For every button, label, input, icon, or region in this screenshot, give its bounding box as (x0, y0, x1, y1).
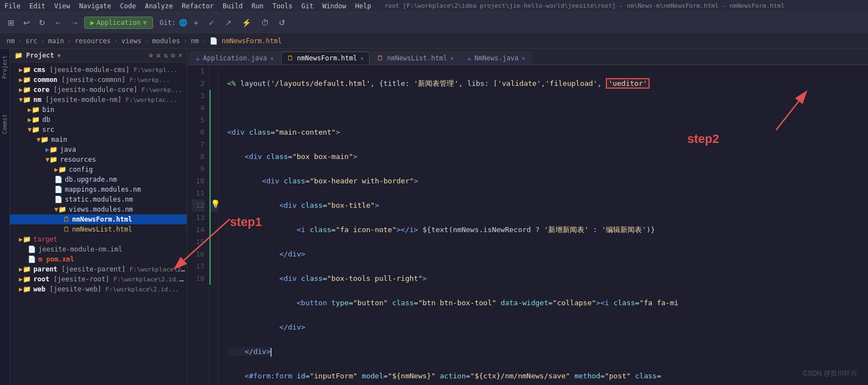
tree-item-pom[interactable]: 📄 m pom.xml (10, 254, 187, 264)
toolbar-icon-back[interactable]: ← (51, 16, 65, 29)
tree-label: views.modules.nm (69, 206, 133, 213)
tree-item-main[interactable]: ▼📁 main (10, 135, 187, 145)
breadcrumb-file[interactable]: 📄 nmNewsForm.html (210, 37, 282, 45)
tab-application-java[interactable]: ☕ Application.java × (190, 52, 280, 64)
tree-item-src[interactable]: ▼📁 src (10, 125, 187, 135)
tree-item-nmNewsList[interactable]: 🗒 nmNewsList.html (10, 224, 187, 234)
code-line-9: <div class="box-tools pull-right"> (227, 274, 427, 283)
tree-item-parent[interactable]: ▶📁 parent [jeesite-parent] F:\workplace\… (10, 264, 187, 274)
panel-sort-icon[interactable]: ⇅ (164, 52, 167, 59)
tree-label: nm [jeesite-module-nm] F:\workplac... (33, 96, 177, 104)
tree-label: db (42, 116, 50, 124)
tree-item-views[interactable]: ▼📁 views.modules.nm (10, 204, 187, 214)
app-dropdown[interactable]: ▶ Application ▼ (84, 17, 153, 29)
tree-item-iml[interactable]: 📄 jeesite-module-nm.iml (10, 244, 187, 254)
tree-label: web [jeesite-web] F:\workplace\2.id... (33, 285, 179, 293)
menu-refactor[interactable]: Refactor (182, 2, 214, 10)
html-file-icon: 🗒 (63, 225, 70, 233)
menu-code[interactable]: Code (120, 2, 136, 10)
breadcrumb-sep2: › (40, 37, 44, 45)
breadcrumb-nm[interactable]: nm (7, 37, 14, 45)
commit-side-label[interactable]: Commit (2, 114, 8, 134)
tab-bar: ☕ Application.java × 🗒 nmNewsForm.html ×… (187, 49, 868, 65)
tree-item-config[interactable]: ▶📁 config (10, 165, 187, 174)
code-line-4: <div class="box box-main"> (227, 152, 358, 161)
toolbar-icon-refresh[interactable]: ↻ (35, 16, 49, 29)
menu-run[interactable]: Run (252, 2, 264, 10)
tab-NmNews-java[interactable]: ☕ NmNews.java × (461, 52, 532, 64)
git-history-button[interactable]: ⏱ (258, 16, 272, 29)
tree-item-mappings[interactable]: 📄 mappings.modules.nm (10, 184, 187, 194)
editor-content[interactable]: 12345 678910 1112131415 161718 (187, 65, 868, 385)
tab-close-icon[interactable]: × (522, 55, 525, 61)
breadcrumb-modules[interactable]: modules (152, 37, 180, 45)
code-area[interactable]: <% layout('/layouts/default.html', {titl… (218, 65, 868, 385)
folder-icon: ▶📁 (19, 76, 31, 84)
tree-item-dbupgrade[interactable]: 📄 db.upgrade.nm (10, 174, 187, 184)
git-undo-button[interactable]: ↺ (275, 16, 289, 29)
tree-label: nmNewsList.html (72, 225, 132, 233)
tab-close-icon[interactable]: × (360, 55, 364, 61)
panel-locate-icon[interactable]: ⊕ (149, 52, 153, 59)
menu-edit[interactable]: Edit (29, 2, 45, 10)
code-line-11: </div> (227, 323, 305, 331)
menu-tools[interactable]: Tools (273, 2, 293, 10)
tree-item-static[interactable]: 📄 static.modules.nm (10, 194, 187, 204)
toolbar-icon-forward[interactable]: → (68, 16, 82, 29)
panel-collapse-icon[interactable]: ≡ (156, 52, 160, 59)
breadcrumb-resources[interactable]: resources (75, 37, 111, 45)
tree-item-java[interactable]: ▶📁 java (10, 145, 187, 155)
tab-close-icon[interactable]: × (270, 55, 274, 61)
git-check-button[interactable]: ✓ (205, 16, 218, 29)
menu-analyze[interactable]: Analyze (145, 2, 173, 10)
tree-label: core [jeesite-module-core] F:\workp... (33, 86, 182, 94)
tree-item-db[interactable]: ▶📁 db (10, 115, 187, 125)
folder-icon: ▶📁 (28, 106, 40, 114)
menu-window[interactable]: Window (322, 2, 346, 10)
tree-item-target[interactable]: ▶📁 target (10, 234, 187, 244)
panel-dropdown-icon[interactable]: ▼ (58, 53, 61, 59)
folder-icon: ▶📁 (19, 275, 31, 283)
tree-item-common[interactable]: ▶📁 common [jeesite-common] F:\workp... (10, 75, 187, 85)
menu-build[interactable]: Build (223, 2, 243, 10)
folder-icon: 📁 (14, 52, 23, 59)
dropdown-chevron-icon: ▼ (143, 19, 147, 27)
toolbar-icon-sync[interactable]: ↩ (20, 16, 33, 29)
git-fetch-button[interactable]: ⚡ (238, 16, 254, 29)
tree-label: db.upgrade.nm (65, 176, 117, 183)
tree-label: bin (42, 106, 54, 114)
tree-item-resources[interactable]: ▼📁 resources (10, 155, 187, 165)
folder-icon: ▶📁 (54, 166, 67, 173)
tab-close-icon[interactable]: × (451, 55, 454, 61)
panel-close-icon[interactable]: × (178, 52, 182, 59)
tree-item-nm[interactable]: ▼📁 nm [jeesite-module-nm] F:\workplac... (10, 95, 187, 105)
menu-navigate[interactable]: Navigate (79, 2, 111, 10)
panel-actions: ⊕ ≡ ⇅ ⚙ × (149, 52, 182, 59)
git-push-button[interactable]: ↗ (222, 16, 235, 29)
menu-git[interactable]: Git (302, 2, 314, 10)
project-side-label[interactable]: Project (2, 55, 8, 79)
tree-item-nmNewsForm[interactable]: 🗒 nmNewsForm.html (10, 214, 187, 224)
folder-open-icon: ▼📁 (28, 126, 40, 134)
tree-item-core[interactable]: ▶📁 core [jeesite-module-core] F:\workp..… (10, 85, 187, 95)
breadcrumb-main[interactable]: main (48, 37, 64, 45)
breadcrumb-nm2[interactable]: nm (191, 37, 198, 45)
html-file-icon: 🗒 (63, 215, 70, 223)
folder-icon: ▶📁 (19, 265, 31, 273)
tree-content: ▶📁 cms [jeesite-module-cms] F:\workpl...… (10, 63, 187, 385)
panel-settings-icon[interactable]: ⚙ (171, 52, 175, 59)
tree-item-web[interactable]: ▶📁 web [jeesite-web] F:\workplace\2.id..… (10, 284, 187, 294)
breadcrumb-src[interactable]: src (25, 37, 38, 45)
breadcrumb-views[interactable]: views (121, 37, 141, 45)
tab-nmNewsForm-html[interactable]: 🗒 nmNewsForm.html × (281, 52, 370, 64)
tree-item-root[interactable]: ▶📁 root [jeesite-root] F:\workplace\2.id… (10, 274, 187, 284)
tree-item-bin[interactable]: ▶📁 bin (10, 105, 187, 115)
tree-item-cms[interactable]: ▶📁 cms [jeesite-module-cms] F:\workpl... (10, 65, 187, 75)
menu-help[interactable]: Help (355, 2, 371, 10)
menu-view[interactable]: View (54, 2, 70, 10)
tab-nmNewsList-html[interactable]: 🗒 nmNewsList.html × (371, 52, 459, 64)
git-plus-button[interactable]: + (191, 16, 202, 29)
code-line-10: <button type="button" class="btn btn-box… (227, 299, 678, 307)
toolbar-icon-build[interactable]: ⊞ (4, 16, 18, 29)
menu-file[interactable]: File (4, 2, 21, 10)
